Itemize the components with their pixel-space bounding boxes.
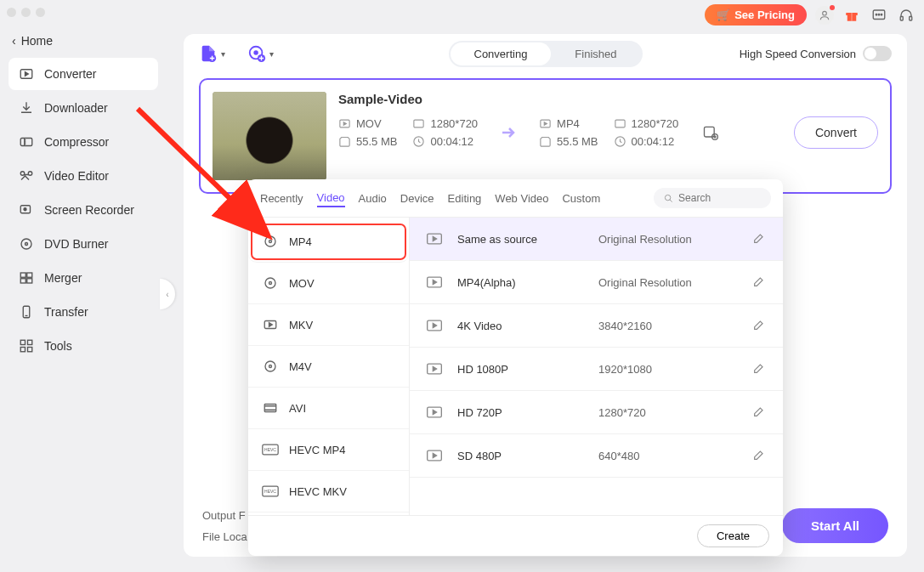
svg-text:HEVC: HEVC (264, 490, 276, 495)
popup-tab-device[interactable]: Device (400, 190, 434, 207)
close-window[interactable] (7, 8, 16, 17)
tab-finished[interactable]: Finished (551, 42, 640, 65)
preset-mp4-alpha[interactable]: MP4(Alpha)Original Resolution (410, 261, 783, 304)
edit-preset-icon[interactable] (752, 275, 768, 290)
headset-icon[interactable] (897, 6, 915, 25)
popup-tab-audio[interactable]: Audio (359, 190, 387, 207)
chevron-down-icon: ▾ (269, 49, 274, 59)
speed-toggle[interactable] (863, 46, 892, 61)
account-icon[interactable] (815, 6, 834, 25)
format-search-box[interactable] (654, 188, 771, 208)
preset-1080p[interactable]: HD 1080P1920*1080 (410, 348, 783, 391)
nav-video-editor[interactable]: Video Editor (9, 160, 158, 192)
add-file-icon (199, 44, 218, 63)
svg-point-43 (265, 236, 275, 246)
convert-button[interactable]: Convert (794, 116, 878, 149)
nav-converter[interactable]: Converter (9, 58, 158, 90)
edit-preset-icon[interactable] (752, 361, 768, 377)
svg-marker-61 (433, 324, 436, 328)
format-avi[interactable]: AVI (248, 388, 409, 429)
duration-icon (412, 135, 425, 148)
edit-preset-icon[interactable] (752, 231, 768, 246)
minimize-window[interactable] (21, 8, 31, 17)
svg-point-50 (269, 365, 272, 368)
svg-rect-19 (20, 273, 26, 277)
converter-icon (19, 66, 34, 82)
nav-label: Transfer (44, 305, 88, 319)
search-icon (664, 193, 673, 204)
nav-label: Downloader (44, 101, 108, 115)
output-settings-button[interactable] (697, 119, 724, 146)
nav-label: Screen Recorder (44, 203, 134, 217)
preset-480p[interactable]: SD 480P640*480 (410, 434, 783, 478)
preset-4k[interactable]: 4K Video3840*2160 (410, 304, 783, 348)
format-icon (262, 358, 279, 375)
format-mkv[interactable]: MKV (248, 304, 409, 346)
edit-preset-icon[interactable] (752, 318, 768, 333)
format-hevc-mkv[interactable]: HEVCHEVC MKV (248, 471, 409, 513)
tab-converting[interactable]: Converting (450, 42, 551, 65)
svg-rect-25 (28, 340, 32, 344)
video-item-card[interactable]: Sample-Video MOV 1280*720 55.5 MB 00:04:… (199, 78, 892, 194)
home-link[interactable]: ‹ Home (0, 27, 167, 54)
svg-marker-33 (343, 122, 346, 126)
svg-rect-34 (414, 120, 423, 127)
video-thumbnail[interactable] (213, 92, 326, 180)
add-file-button[interactable]: ▾ (199, 44, 225, 63)
edit-preset-icon[interactable] (752, 448, 768, 463)
start-all-button[interactable]: Start All (782, 508, 888, 543)
create-preset-button[interactable]: Create (697, 524, 769, 547)
see-pricing-button[interactable]: 🛒 See Pricing (705, 4, 807, 25)
edit-preset-icon[interactable] (752, 405, 768, 420)
format-search-input[interactable] (678, 192, 761, 204)
preset-720p[interactable]: HD 720P1280*720 (410, 391, 783, 434)
panel-header: ▾ ▾ Converting Finished High Speed Conve… (184, 34, 907, 73)
pricing-label: See Pricing (734, 8, 795, 21)
svg-rect-9 (910, 16, 912, 20)
popup-footer: Create (248, 515, 783, 556)
svg-rect-3 (851, 13, 853, 21)
source-meta: MOV 1280*720 55.5 MB 00:04:12 (338, 117, 478, 148)
preset-same-as-source[interactable]: Same as sourceOriginal Resolution (410, 218, 783, 261)
nav-downloader[interactable]: Downloader (9, 92, 158, 124)
nav-screen-recorder[interactable]: Screen Recorder (9, 194, 158, 226)
speed-conversion-label: High Speed Conversion (740, 48, 856, 60)
format-icon: HEVC (262, 441, 279, 458)
format-picker-popup: Recently Video Audio Device Editing Web … (248, 179, 783, 556)
svg-rect-8 (900, 16, 903, 20)
duration-icon (614, 135, 626, 148)
popup-tab-recently[interactable]: Recently (260, 190, 303, 207)
preset-icon (425, 448, 444, 463)
popup-tab-custom[interactable]: Custom (562, 190, 600, 207)
nav-merger[interactable]: Merger (9, 262, 158, 294)
target-meta: MP4 1280*720 55.5 MB 00:04:12 (539, 117, 678, 148)
filesize-icon (539, 135, 552, 148)
nav-dvd-burner[interactable]: DVD Burner (9, 228, 158, 260)
popup-tab-editing[interactable]: Editing (448, 190, 482, 207)
format-m4v[interactable]: M4V (248, 346, 409, 388)
chat-icon[interactable] (870, 6, 888, 25)
svg-text:HEVC: HEVC (264, 448, 276, 453)
preset-icon (425, 405, 444, 420)
format-mp4[interactable]: MP4 (248, 221, 409, 263)
download-icon (19, 100, 34, 116)
video-format-icon (338, 117, 351, 130)
popup-tab-webvideo[interactable]: Web Video (495, 190, 548, 207)
svg-point-17 (21, 239, 31, 249)
popup-tab-video[interactable]: Video (317, 190, 345, 207)
add-disc-button[interactable]: ▾ (247, 44, 274, 63)
gift-icon[interactable] (842, 6, 861, 25)
svg-point-16 (24, 208, 26, 211)
svg-point-44 (269, 241, 272, 243)
nav-transfer[interactable]: Transfer (9, 296, 158, 328)
format-hevc-mp4[interactable]: HEVCHEVC MP4 (248, 429, 409, 471)
nav-compressor[interactable]: Compressor (9, 126, 158, 158)
svg-marker-48 (269, 323, 273, 327)
tools-icon (19, 338, 34, 354)
notification-dot (830, 5, 835, 10)
svg-point-49 (265, 361, 275, 371)
format-mov[interactable]: MOV (248, 263, 409, 304)
nav-tools[interactable]: Tools (9, 330, 158, 362)
maximize-window[interactable] (36, 8, 45, 17)
svg-rect-27 (28, 348, 32, 352)
